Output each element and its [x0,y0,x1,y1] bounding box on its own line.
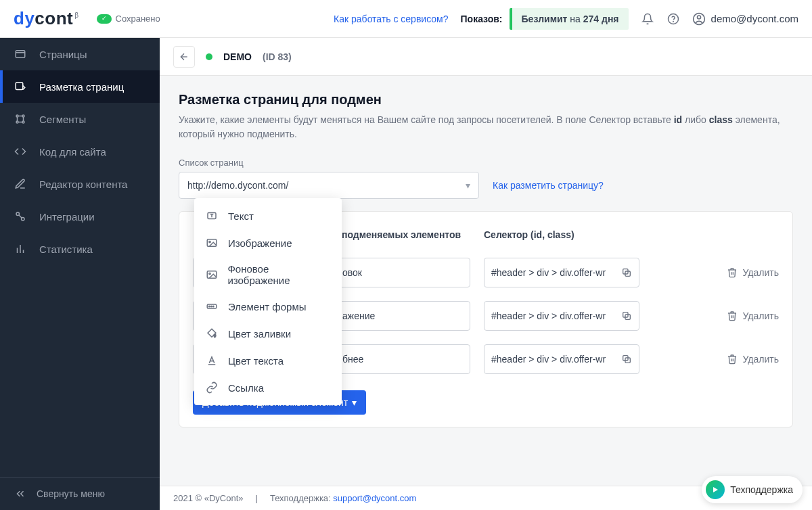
dropdown-item-text-color[interactable]: Цвет текста [194,347,342,374]
trash-icon [727,310,738,321]
svg-point-28 [209,306,210,307]
copy-icon[interactable] [621,267,632,278]
sidebar-item-code[interactable]: Код для сайта [0,135,160,168]
dropdown-item-link[interactable]: Ссылка [194,374,342,401]
sidebar-item-label: Разметка страниц [39,81,124,93]
app-header: dycontβ Сохранено Как работать с сервисо… [0,0,812,38]
element-type-dropdown: Текст Изображение Фоновое изображение Эл… [194,198,342,405]
copy-icon[interactable] [621,310,632,321]
page-subtitle: Укажите, какие элементы будут меняться н… [179,113,788,141]
status-dot-active [206,53,212,60]
svg-rect-23 [207,239,217,247]
badge-unlimited-text: Безлимит [522,14,568,24]
impressions-badge: Безлимит на 274 дня [510,8,629,30]
how-to-use-link[interactable]: Как работать с сервисом? [334,14,448,24]
markup-icon [14,80,27,93]
svg-marker-32 [713,487,718,492]
page-title: Разметка страниц для подмен [179,92,793,108]
trash-icon [727,354,738,365]
copyright: 2021 © «DyCont» [173,493,244,503]
segments-icon [14,112,27,126]
sidebar-item-editor[interactable]: Редактор контента [0,168,160,200]
svg-point-6 [16,115,18,117]
trash-icon [727,267,738,278]
cloud-check-icon [97,14,112,24]
sidebar-item-label: Код для сайта [39,146,106,158]
sidebar: Страницы Разметка страниц Сегменты Код д… [0,38,160,510]
code-icon [14,145,27,158]
saved-label: Сохранено [116,14,160,24]
dropdown-item-image[interactable]: Изображение [194,229,342,256]
dropdown-item-fill-color[interactable]: Цвет заливки [194,320,342,347]
bg-image-icon [205,268,218,281]
logo[interactable]: dycontβ [14,8,79,29]
how-markup-link[interactable]: Как разметить страницу? [493,180,604,191]
text-color-icon [205,354,219,367]
editor-icon [14,177,27,191]
sidebar-collapse-button[interactable]: Свернуть меню [0,477,160,510]
user-email: demo@dycont.com [711,13,798,24]
impressions-block: Показов: Безлимит на 274 дня [461,8,629,30]
support-widget[interactable]: Техподдержка [702,476,803,503]
sidebar-item-pages[interactable]: Страницы [0,38,160,70]
project-topbar: DEMO (ID 83) [160,38,812,76]
play-icon [706,480,725,499]
svg-rect-25 [207,271,217,279]
link-icon [205,381,219,394]
logo-prefix: dy [14,8,35,28]
logo-beta: β [74,11,78,19]
svg-point-3 [697,16,700,19]
chevron-down-icon: ▾ [352,397,357,408]
page-select[interactable]: http://demo.dycont.com/ ▾ [179,172,479,199]
back-button[interactable] [173,46,195,68]
copy-icon[interactable] [621,354,632,365]
user-icon [692,12,706,26]
sidebar-item-integrations[interactable]: Интеграции [0,200,160,233]
collapse-label: Свернуть меню [37,488,105,499]
selector-input[interactable] [484,344,639,374]
form-icon [205,300,219,313]
svg-point-26 [209,273,210,274]
dropdown-item-text[interactable]: Текст [194,202,342,229]
sidebar-item-label: Редактор контента [39,179,127,190]
selector-input[interactable] [484,301,639,331]
svg-rect-5 [16,83,23,90]
chevron-down-icon: ▾ [466,180,470,191]
logo-suffix: cont [35,8,73,28]
svg-point-8 [16,121,18,123]
sidebar-item-stats[interactable]: Статистика [0,233,160,265]
svg-point-9 [22,121,24,123]
support-label: Техподдержка: support@dycont.com [270,493,416,503]
delete-button[interactable]: Удалить [727,310,779,321]
svg-point-1 [673,21,673,22]
help-icon[interactable] [667,12,680,26]
delete-button[interactable]: Удалить [727,267,779,278]
bell-icon[interactable] [641,12,654,26]
sidebar-item-markup[interactable]: Разметка страниц [0,70,160,103]
integrations-icon [14,210,27,223]
sidebar-item-label: Страницы [39,49,87,60]
sidebar-item-label: Статистика [39,244,93,255]
support-widget-label: Техподдержка [730,484,793,495]
delete-button[interactable]: Удалить [727,354,779,365]
sidebar-item-label: Сегменты [39,114,86,125]
dropdown-item-form[interactable]: Элемент формы [194,293,342,320]
impressions-label: Показов: [461,14,503,24]
project-id: (ID 83) [263,51,292,62]
support-email-link[interactable]: support@dycont.com [333,493,416,503]
user-menu[interactable]: demo@dycont.com [692,12,798,26]
collapse-icon [14,487,27,501]
svg-point-24 [209,241,210,242]
text-icon [205,209,219,223]
svg-rect-4 [16,51,25,58]
stats-icon [14,242,27,256]
badge-days-text: 274 дня [583,14,619,24]
page-list-label: Список страниц [179,158,793,168]
dropdown-item-bg-image[interactable]: Фоновое изображение [194,256,342,293]
sidebar-item-segments[interactable]: Сегменты [0,103,160,135]
sidebar-item-label: Интеграции [39,211,95,223]
page-select-value: http://demo.dycont.com/ [187,180,288,191]
svg-point-29 [211,306,212,307]
selector-input[interactable] [484,258,639,287]
image-icon [205,236,219,250]
